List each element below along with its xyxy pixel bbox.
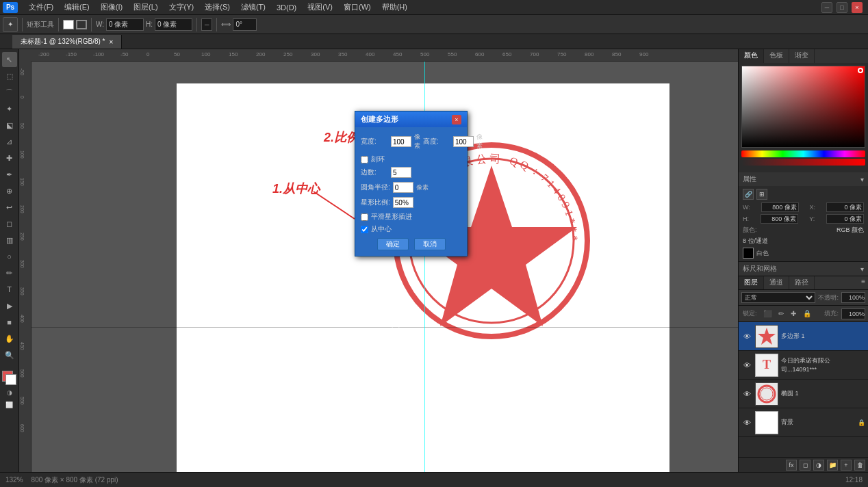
tool-hand[interactable]: ✋ bbox=[2, 331, 17, 346]
fill-color-swatch[interactable] bbox=[63, 20, 74, 29]
alpha-slider[interactable] bbox=[741, 159, 865, 166]
tool-crop[interactable]: ⬕ bbox=[2, 118, 17, 133]
dialog-cancel-btn[interactable]: 取消 bbox=[414, 238, 446, 250]
tool-brush[interactable]: ✒ bbox=[2, 167, 17, 182]
dialog-sides-input[interactable] bbox=[391, 167, 411, 178]
tool-dodge[interactable]: ○ bbox=[2, 249, 17, 264]
layer-group-btn[interactable]: 📁 bbox=[827, 460, 838, 471]
tool-pen[interactable]: ✏ bbox=[2, 265, 17, 280]
menu-layer[interactable]: 图层(L) bbox=[128, 1, 163, 14]
menu-edit[interactable]: 编辑(E) bbox=[59, 1, 95, 14]
quick-mask[interactable]: ◑ bbox=[2, 387, 17, 398]
menu-filter[interactable]: 滤镜(T) bbox=[235, 1, 271, 14]
layer-item-ellipse[interactable]: 👁 椭圆 1 bbox=[739, 380, 868, 408]
link-icon[interactable]: 🔗 bbox=[743, 189, 754, 200]
dialog-circle-checkbox[interactable] bbox=[361, 156, 368, 163]
tab-layers[interactable]: 图层 bbox=[739, 276, 764, 289]
tool-magic-wand[interactable]: ✦ bbox=[2, 101, 17, 116]
tool-clone[interactable]: ⊕ bbox=[2, 183, 17, 198]
tool-path-select[interactable]: ▶ bbox=[2, 298, 17, 313]
tool-shape[interactable]: ■ bbox=[2, 315, 17, 330]
layer-eye-ellipse[interactable]: 👁 bbox=[741, 389, 752, 399]
canvas-area[interactable]: -200 -150 -100 -50 0 50 100 150 200 250 … bbox=[19, 49, 738, 472]
layer-delete-btn[interactable]: 🗑 bbox=[854, 460, 865, 471]
dialog-star-input[interactable] bbox=[393, 197, 413, 208]
fg-color-swatch[interactable] bbox=[743, 248, 754, 259]
layer-mask-btn[interactable]: ◻ bbox=[800, 460, 810, 471]
constraint-options[interactable]: ─ bbox=[201, 18, 212, 31]
layer-item-background[interactable]: 👁 背景 🔒 bbox=[739, 408, 868, 437]
height-input[interactable] bbox=[155, 18, 192, 31]
lock-transparency-btn[interactable]: ⬛ bbox=[761, 309, 774, 318]
layer-item-polygon[interactable]: 👁 多边形 1 bbox=[739, 322, 868, 351]
screen-mode[interactable]: ⬜ bbox=[2, 399, 17, 410]
doc-x-input[interactable] bbox=[826, 202, 864, 212]
lock-pixels-btn[interactable]: ✏ bbox=[776, 309, 786, 318]
toolbar-separator-2 bbox=[58, 18, 59, 31]
maximize-button[interactable]: □ bbox=[837, 2, 847, 13]
properties-header[interactable]: 属性 ▾ bbox=[739, 172, 868, 186]
dialog-width-input[interactable] bbox=[391, 136, 411, 147]
menu-window[interactable]: 窗口(W) bbox=[338, 1, 376, 14]
dialog-corner-input[interactable] bbox=[393, 182, 413, 193]
hue-slider[interactable] bbox=[741, 150, 865, 157]
doc-h-input[interactable] bbox=[761, 214, 798, 224]
menu-3d[interactable]: 3D(D) bbox=[271, 2, 302, 13]
fill-input[interactable] bbox=[841, 308, 865, 319]
lock-all-btn[interactable]: 🔒 bbox=[801, 309, 813, 318]
blend-mode-select[interactable]: 正常 bbox=[741, 292, 815, 303]
menu-file[interactable]: 文件(F) bbox=[23, 1, 59, 14]
layer-new-btn[interactable]: + bbox=[841, 460, 852, 471]
dialog-height-input[interactable] bbox=[453, 136, 474, 147]
tab-close-btn[interactable]: × bbox=[110, 38, 114, 46]
close-button[interactable]: × bbox=[852, 2, 863, 13]
minimize-button[interactable]: ─ bbox=[821, 2, 832, 13]
tool-zoom[interactable]: 🔍 bbox=[2, 347, 17, 363]
menu-select[interactable]: 选择(S) bbox=[199, 1, 235, 14]
ruler-header[interactable]: 标尺和网格 ▾ bbox=[739, 262, 868, 276]
dialog-close-btn[interactable]: × bbox=[452, 115, 461, 124]
layer-fx-btn[interactable]: fx bbox=[786, 460, 797, 471]
menu-text[interactable]: 文字(Y) bbox=[164, 1, 200, 14]
color-picker-gradient[interactable] bbox=[741, 66, 865, 148]
layers-menu-btn[interactable]: ≡ bbox=[858, 276, 868, 289]
tool-history[interactable]: ↩ bbox=[2, 200, 17, 215]
dialog-title-bar[interactable]: 创建多边形 × bbox=[355, 111, 467, 127]
doc-w-input[interactable] bbox=[761, 202, 799, 212]
canvas-tab[interactable]: 未标题-1 @ 132%(RGB/8) * × bbox=[12, 35, 122, 49]
layer-eye-background[interactable]: 👁 bbox=[741, 417, 752, 428]
menu-image[interactable]: 图像(I) bbox=[95, 1, 128, 14]
layer-eye-polygon[interactable]: 👁 bbox=[741, 331, 752, 342]
tool-text[interactable]: T bbox=[2, 282, 17, 297]
dialog-center-checkbox[interactable] bbox=[361, 226, 368, 233]
menu-view[interactable]: 视图(V) bbox=[302, 1, 338, 14]
tool-lasso[interactable]: ⌒ bbox=[2, 85, 17, 100]
dialog-ok-btn[interactable]: 确定 bbox=[377, 238, 409, 250]
tab-swatches[interactable]: 色板 bbox=[764, 49, 789, 63]
tab-color[interactable]: 颜色 bbox=[739, 49, 764, 63]
opacity-input[interactable] bbox=[841, 292, 865, 303]
tab-paths[interactable]: 路径 bbox=[789, 276, 815, 289]
doc-y-input[interactable] bbox=[826, 214, 864, 224]
rotation-input[interactable] bbox=[233, 18, 257, 31]
menu-help[interactable]: 帮助(H) bbox=[376, 1, 413, 14]
tab-channels[interactable]: 通道 bbox=[764, 276, 789, 289]
tool-eraser[interactable]: ◻ bbox=[2, 216, 17, 231]
width-input[interactable] bbox=[106, 18, 144, 31]
layer-item-text[interactable]: 👁 T 今日的承诺有限公司...14091*** bbox=[739, 351, 868, 380]
tool-gradient[interactable]: ▥ bbox=[2, 233, 17, 248]
color-picker-area[interactable] bbox=[741, 66, 865, 148]
move-tool-btn[interactable]: ✦ bbox=[3, 17, 18, 32]
tool-healing[interactable]: ✚ bbox=[2, 150, 17, 166]
layer-adj-btn[interactable]: ◑ bbox=[813, 460, 824, 471]
lock-position-btn[interactable]: ✚ bbox=[789, 309, 798, 318]
stroke-color-swatch[interactable] bbox=[76, 20, 87, 29]
tool-marquee[interactable]: ⬚ bbox=[2, 68, 17, 83]
tab-gradient[interactable]: 渐变 bbox=[789, 49, 815, 63]
group-icon[interactable]: ⊞ bbox=[756, 189, 767, 200]
foreground-color[interactable] bbox=[2, 371, 17, 386]
tool-eyedropper[interactable]: ⊿ bbox=[2, 134, 17, 149]
layer-eye-text[interactable]: 👁 bbox=[741, 360, 752, 371]
tool-move[interactable]: ↖ bbox=[2, 52, 17, 67]
dialog-smooth-checkbox[interactable] bbox=[361, 213, 368, 221]
